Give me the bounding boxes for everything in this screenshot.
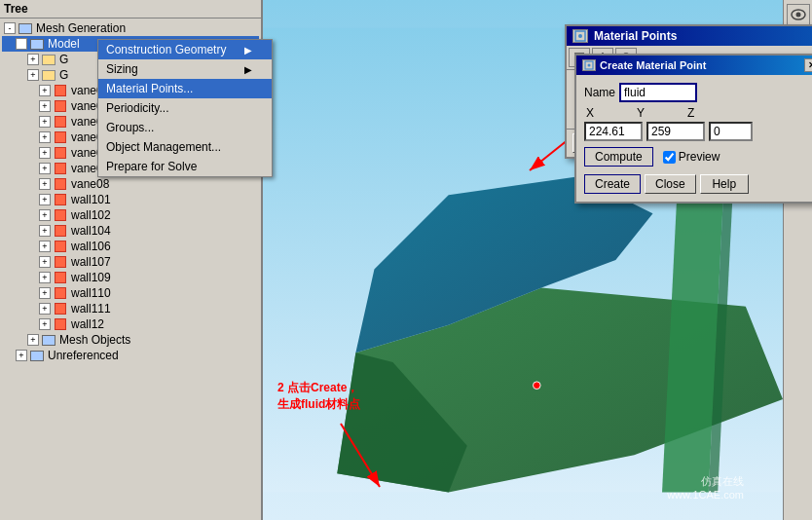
mp-dialog-icon: [572, 29, 588, 43]
expand-wall12[interactable]: +: [39, 318, 51, 330]
tree-item-wall101[interactable]: + wall101: [2, 192, 259, 207]
tool-btn-eye[interactable]: [787, 4, 810, 25]
cmp-action-buttons: Create Close Help: [584, 174, 812, 194]
expand-wall101[interactable]: +: [39, 194, 51, 205]
cmp-z-input[interactable]: [709, 122, 753, 141]
g2-icon: [41, 68, 56, 82]
tree-label-wall106: wall106: [71, 240, 111, 253]
wall101-icon: [53, 193, 68, 206]
vane08-icon: [53, 177, 68, 191]
expand-wall104[interactable]: +: [39, 225, 51, 237]
expand-wall110[interactable]: +: [39, 287, 51, 299]
expand-mesh-gen[interactable]: -: [4, 22, 16, 34]
expand-wall106[interactable]: +: [39, 241, 51, 252]
expand-wall107[interactable]: +: [39, 256, 51, 268]
context-menu-material-points[interactable]: Material Points...: [98, 79, 272, 98]
expand-unreferenced[interactable]: +: [16, 350, 27, 361]
context-menu-groups[interactable]: Groups...: [98, 118, 272, 137]
expand-wall111[interactable]: +: [39, 303, 51, 315]
material-points-title-bar: Material Points _ □ ✕: [567, 26, 812, 46]
wall107-icon: [53, 255, 68, 269]
tree-item-vane08[interactable]: + vane08: [2, 176, 259, 192]
expand-vane06[interactable]: +: [39, 147, 51, 159]
svg-point-16: [533, 382, 540, 390]
tree-label-wall111: wall111: [71, 302, 111, 316]
prepare-for-solve-label: Prepare for Solve: [106, 160, 197, 173]
wall102-icon: [53, 208, 68, 222]
vane05-icon: [53, 130, 68, 144]
cmp-coord-inputs: [584, 122, 812, 141]
tree-item-wall107[interactable]: + wall107: [2, 254, 259, 270]
cmp-close-title-btn[interactable]: ✕: [804, 58, 812, 72]
cmp-y-input[interactable]: [646, 122, 705, 141]
cmp-name-label: Name: [584, 86, 615, 99]
context-menu-prepare-for-solve[interactable]: Prepare for Solve: [98, 157, 272, 176]
periodicity-label: Periodicity...: [106, 101, 168, 115]
construction-geometry-arrow: ▶: [244, 45, 252, 56]
vane02-icon: [53, 84, 68, 97]
expand-wall109[interactable]: +: [39, 272, 51, 283]
cmp-x-input[interactable]: [584, 122, 643, 141]
watermark: 仿真在线 www.1CAE.com: [667, 474, 744, 501]
sizing-label: Sizing: [106, 62, 138, 76]
expand-wall102[interactable]: +: [39, 209, 51, 221]
wall12-icon: [53, 317, 68, 331]
expand-vane02[interactable]: +: [39, 85, 51, 96]
tree-header: Tree: [0, 0, 261, 19]
tree-item-wall110[interactable]: + wall110: [2, 285, 259, 301]
cmp-compute-btn[interactable]: Compute: [584, 147, 653, 167]
expand-vane07[interactable]: +: [39, 163, 51, 174]
annotation-2-text: 2 点击Create， 生成fluid材料点: [277, 381, 360, 411]
tree-item-mesh-objects[interactable]: + Mesh Objects: [2, 332, 259, 348]
cmp-coord-labels: X Y Z: [584, 106, 812, 120]
tree-label-model: Model: [48, 37, 80, 51]
expand-g1[interactable]: +: [27, 54, 39, 65]
expand-model[interactable]: -: [16, 38, 27, 50]
tree-label-vane08: vane08: [71, 177, 109, 191]
tree-item-wall109[interactable]: + wall109: [2, 270, 259, 285]
wall110-icon: [53, 286, 68, 300]
expand-g2[interactable]: +: [27, 69, 39, 81]
cmp-name-input[interactable]: [619, 83, 697, 102]
mesh-objects-icon: [41, 333, 56, 347]
cmp-z-label: Z: [687, 106, 694, 120]
wall106-icon: [53, 240, 68, 253]
context-menu-object-management[interactable]: Object Management...: [98, 137, 272, 157]
context-menu-periodicity[interactable]: Periodicity...: [98, 98, 272, 118]
tree-item-wall106[interactable]: + wall106: [2, 239, 259, 254]
cmp-compute-row: Compute Preview: [584, 147, 812, 167]
sizing-arrow: ▶: [244, 64, 252, 75]
cmp-close-btn[interactable]: Close: [645, 174, 696, 194]
svg-point-22: [795, 13, 800, 18]
cmp-title-bar: Create Material Point ✕: [576, 56, 812, 75]
tree-label-wall107: wall107: [71, 255, 111, 269]
material-points-title: Material Points: [594, 29, 677, 43]
context-menu-construction-geometry[interactable]: Construction Geometry ▶: [98, 40, 272, 59]
tree-item-wall102[interactable]: + wall102: [2, 207, 259, 223]
cmp-x-label: X: [586, 106, 594, 120]
tree-item-unreferenced[interactable]: + Unreferenced: [2, 348, 259, 363]
tree-item-wall104[interactable]: + wall104: [2, 223, 259, 239]
tree-item-wall12[interactable]: + wall12: [2, 316, 259, 332]
cmp-help-btn[interactable]: Help: [700, 174, 749, 194]
tree-item-mesh-gen[interactable]: - Mesh Generation: [2, 20, 259, 36]
cmp-create-btn[interactable]: Create: [584, 174, 641, 194]
construction-geometry-label: Construction Geometry: [106, 43, 226, 56]
context-menu-sizing[interactable]: Sizing ▶: [98, 59, 272, 79]
expand-vane05[interactable]: +: [39, 131, 51, 143]
tree-label-wall102: wall102: [71, 208, 111, 222]
wall111-icon: [53, 302, 68, 316]
vane04-icon: [53, 115, 68, 129]
tree-item-wall111[interactable]: + wall111: [2, 301, 259, 316]
cmp-preview-checkbox[interactable]: [663, 151, 676, 164]
model-icon: [29, 37, 45, 51]
watermark-line1: 仿真在线: [667, 474, 744, 489]
groups-label: Groups...: [106, 121, 154, 134]
cmp-title-icons: ✕: [804, 58, 812, 72]
cmp-title: Create Material Point: [600, 59, 706, 71]
expand-vane08[interactable]: +: [39, 178, 51, 190]
expand-vane03[interactable]: +: [39, 100, 51, 112]
cmp-preview-label[interactable]: Preview: [663, 150, 720, 164]
expand-mesh-objects[interactable]: +: [27, 334, 39, 346]
expand-vane04[interactable]: +: [39, 116, 51, 128]
